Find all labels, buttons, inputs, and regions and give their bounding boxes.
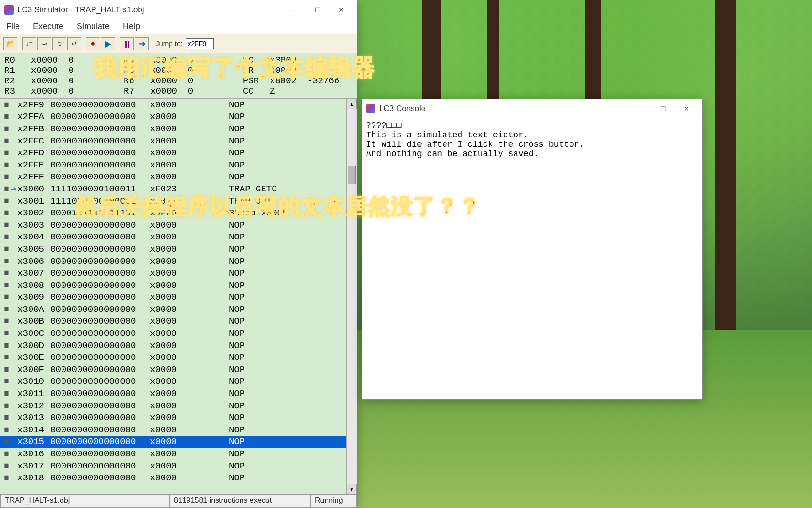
breakpoint-icon[interactable]: ■ — [2, 220, 11, 230]
reg-cc[interactable]: CC Z — [243, 86, 353, 96]
memory-row[interactable]: ■x2FFD0000000000000000x0000NOP — [0, 147, 346, 159]
memory-row[interactable]: ■x2FFE0000000000000000x0000NOP — [0, 159, 346, 171]
breakpoint-icon[interactable]: ■ — [2, 172, 11, 182]
reg-r3[interactable]: R3 x0000 0 — [4, 86, 114, 96]
scroll-down-button[interactable]: ▼ — [347, 484, 357, 494]
breakpoint-icon[interactable]: ■ — [2, 100, 11, 110]
reg-r4[interactable]: R4 x0000 0 — [124, 55, 234, 65]
memory-row[interactable]: ■x300F0000000000000000x0000NOP — [0, 364, 346, 376]
breakpoint-icon[interactable]: ■ — [2, 148, 11, 158]
memory-row[interactable]: ■➔x30001111000000100011xF023TRAP GETC — [0, 183, 346, 195]
memory-row[interactable]: ■x30040000000000000000x0000NOP — [0, 231, 346, 244]
breakpoint-icon[interactable]: ■ — [2, 136, 11, 146]
menu-simulate[interactable]: Simulate — [75, 21, 111, 32]
memory-row[interactable]: ■x2FFC0000000000000000x0000NOP — [0, 135, 346, 147]
memory-row[interactable]: ■x30090000000000000000x0000NOP — [0, 292, 346, 304]
memory-row[interactable]: ■x2FFA0000000000000000x0000NOP — [0, 111, 346, 123]
breakpoint-icon[interactable]: ■ — [2, 232, 11, 242]
breakpoint-icon[interactable]: ■ — [2, 389, 11, 399]
memory-list[interactable]: ■x2FF90000000000000000x0000NOP■x2FFA0000… — [0, 99, 346, 494]
maximize-button[interactable]: ☐ — [306, 2, 329, 17]
breakpoint-icon[interactable]: ■ — [2, 413, 11, 423]
memory-row[interactable]: ■x30100000000000000000x0000NOP — [0, 376, 346, 388]
memory-row[interactable]: ■x300A0000000000000000x0000NOP — [0, 303, 346, 316]
console-minimize-button[interactable]: ─ — [628, 101, 651, 116]
scroll-track[interactable] — [347, 109, 357, 484]
run-button[interactable]: ▶ — [101, 37, 115, 50]
scroll-up-button[interactable]: ▲ — [347, 99, 357, 109]
step-out-button[interactable]: ↵ — [67, 37, 81, 50]
memory-row[interactable]: ■x30130000000000000000x0000NOP — [0, 412, 346, 424]
jump-input[interactable] — [186, 38, 214, 49]
memory-row[interactable]: ■x30070000000000000000x0000NOP — [0, 267, 346, 279]
breakpoint-icon[interactable]: ■ — [2, 425, 11, 435]
close-button[interactable]: ✕ — [329, 2, 353, 17]
breakpoint-icon[interactable]: ■ — [2, 160, 11, 170]
memory-row[interactable]: ■x30110000000000000000x0000NOP — [0, 388, 346, 400]
breakpoint-icon[interactable]: ■ — [2, 196, 11, 206]
reg-r2[interactable]: R2 x0000 0 — [4, 76, 114, 86]
breakpoint-icon[interactable]: ■ — [2, 244, 11, 254]
breakpoint-icon[interactable]: ■ — [2, 304, 11, 315]
open-button[interactable]: 📂 — [3, 37, 17, 50]
stop-button[interactable]: ● — [86, 37, 100, 50]
console-maximize-button[interactable]: ☐ — [651, 101, 675, 116]
memory-row[interactable]: ■x30060000000000000000x0000NOP — [0, 255, 346, 268]
memory-row[interactable]: ■x30020000111111111101x0FFDBRnzp x3000 — [0, 207, 346, 219]
memory-row[interactable]: ■x30180000000000000000x0000NOP — [0, 472, 346, 484]
breakpoint-icon[interactable]: ■ — [2, 208, 11, 218]
breakpoint-icon[interactable]: ■ — [2, 376, 11, 387]
breakpoint-icon[interactable]: ■ — [2, 256, 11, 267]
breakpoint-icon[interactable]: ■ — [2, 328, 11, 339]
memory-row[interactable]: ■x30140000000000000000x0000NOP — [0, 424, 346, 436]
reg-psr[interactable]: PSR x8002 -32766 — [243, 76, 353, 86]
memory-row[interactable]: ■x300E0000000000000000x0000NOP — [0, 351, 346, 364]
memory-row[interactable]: ■x30080000000000000000x0000NOP — [0, 279, 346, 292]
memory-row[interactable]: ■x300D0000000000000000x0000NOP — [0, 340, 346, 352]
menu-file[interactable]: File — [4, 21, 22, 32]
memory-row[interactable]: ■x30150000000000000000x0000NOP — [0, 436, 346, 448]
memory-row[interactable]: ■x30160000000000000000x0000NOP — [0, 448, 346, 460]
step-over-button[interactable]: ⤻ — [37, 37, 51, 50]
breakpoint-icon[interactable]: ■ — [2, 184, 11, 194]
reg-pc[interactable]: PC x3000 — [243, 55, 353, 65]
breakpoint-icon[interactable]: ■ — [2, 449, 11, 459]
breakpoint-icon[interactable]: ■ — [2, 316, 11, 326]
step-into-button[interactable]: ↴ — [52, 37, 66, 50]
reg-r6[interactable]: R6 x0000 0 — [124, 76, 234, 86]
memory-row[interactable]: ■x30030000000000000000x0000NOP — [0, 219, 346, 231]
pause-button[interactable]: ‖| — [120, 37, 134, 50]
memory-row[interactable]: ■x2FF90000000000000000x0000NOP — [0, 99, 346, 111]
menu-help[interactable]: Help — [121, 21, 142, 32]
breakpoint-icon[interactable]: ■ — [2, 473, 11, 483]
console-close-button[interactable]: ✕ — [675, 101, 698, 116]
reg-r0[interactable]: R0 x0000 0 — [4, 55, 114, 65]
reg-r1[interactable]: R1 x0000 0 — [4, 65, 114, 76]
scroll-thumb[interactable] — [348, 166, 356, 184]
breakpoint-icon[interactable]: ■ — [2, 124, 11, 134]
memory-row[interactable]: ■x300C0000000000000000x0000NOP — [0, 327, 346, 340]
memory-row[interactable]: ■x30170000000000000000x0000NOP — [0, 460, 346, 472]
breakpoint-icon[interactable]: ■ — [2, 401, 11, 411]
memory-row[interactable]: ■x30011111000000100001xF021TRAP OUT — [0, 195, 346, 207]
breakpoint-icon[interactable]: ■ — [2, 341, 11, 351]
breakpoint-icon[interactable]: ■ — [2, 365, 11, 375]
memory-row[interactable]: ■x30120000000000000000x0000NOP — [0, 400, 346, 412]
breakpoint-icon[interactable]: ■ — [2, 111, 11, 122]
breakpoint-icon[interactable]: ■ — [2, 268, 11, 278]
menu-execute[interactable]: Execute — [31, 21, 65, 32]
memory-row[interactable]: ■x300B0000000000000000x0000NOP — [0, 316, 346, 328]
memory-row[interactable]: ■x2FFF0000000000000000x0000NOP — [0, 171, 346, 183]
memory-row[interactable]: ■x30050000000000000000x0000NOP — [0, 243, 346, 255]
reg-r7[interactable]: R7 x0000 0 — [124, 86, 234, 96]
step-button[interactable]: ↓≡ — [22, 37, 36, 50]
console-output[interactable]: ????□□□ This is a simulated text eidtor.… — [362, 118, 702, 399]
breakpoint-icon[interactable]: ■ — [2, 352, 11, 363]
breakpoint-icon[interactable]: ■ — [2, 437, 11, 447]
memory-row[interactable]: ■x2FFB0000000000000000x0000NOP — [0, 123, 346, 135]
reg-r5[interactable]: R5 x0000 0 — [124, 65, 234, 76]
breakpoint-icon[interactable]: ■ — [2, 292, 11, 302]
reg-ir[interactable]: IR x0000 — [243, 65, 353, 76]
console-titlebar[interactable]: LC3 Console ─ ☐ ✕ — [362, 99, 702, 118]
minimize-button[interactable]: ─ — [282, 2, 306, 17]
